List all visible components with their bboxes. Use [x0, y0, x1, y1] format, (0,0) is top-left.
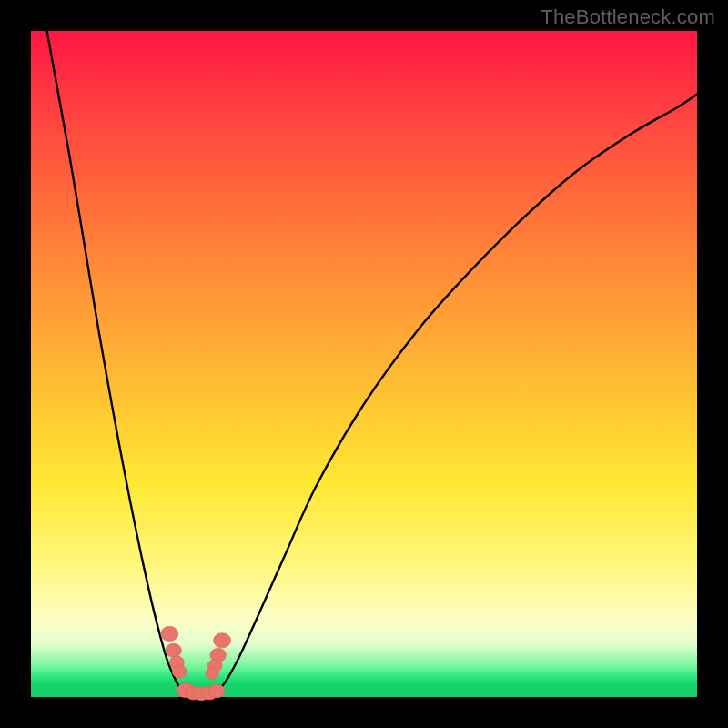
- bead-marker: [208, 684, 225, 698]
- bead-marker: [161, 626, 178, 641]
- plot-area: [31, 31, 697, 697]
- bead-marker: [214, 633, 231, 648]
- bead-marker: [166, 643, 182, 657]
- curve-layer: [31, 31, 697, 697]
- bead-marker: [172, 665, 187, 678]
- watermark-text: TheBottleneck.com: [541, 5, 715, 29]
- bead-marker: [206, 668, 219, 679]
- chart-frame: TheBottleneck.com: [0, 0, 728, 728]
- marker-beads: [161, 626, 231, 700]
- bottleneck-curve: [47, 31, 697, 696]
